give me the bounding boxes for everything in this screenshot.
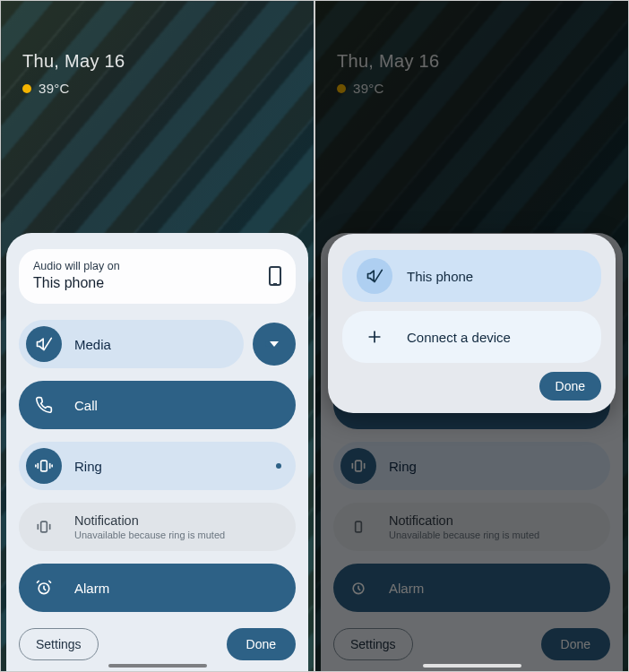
- done-button[interactable]: Done: [227, 628, 296, 660]
- phone-icon: [269, 266, 281, 286]
- volume-mute-icon: [26, 326, 62, 362]
- call-icon: [26, 387, 62, 423]
- vibrate-icon: [26, 509, 62, 545]
- slider-thumb[interactable]: [276, 463, 281, 469]
- volume-sheet: Audio will play on This phone Media: [6, 233, 308, 671]
- alarm-slider[interactable]: Alarm: [19, 564, 296, 612]
- sun-icon: [22, 84, 31, 93]
- notification-slider: Notification Unavailable because ring is…: [19, 503, 296, 551]
- screen-volume-panel: Thu, May 16 39°C Audio will play on This…: [0, 0, 314, 672]
- media-expand-button[interactable]: [253, 323, 296, 366]
- settings-button[interactable]: Settings: [19, 628, 99, 660]
- output-option-connect-device[interactable]: Connect a device: [342, 311, 601, 363]
- alarm-icon: [26, 570, 62, 606]
- call-slider-row: Call: [19, 381, 296, 429]
- svg-line-0: [44, 338, 51, 349]
- option-label: Connect a device: [407, 330, 511, 345]
- output-card[interactable]: Audio will play on This phone: [19, 249, 296, 304]
- alarm-slider-row: Alarm: [19, 564, 296, 612]
- call-label: Call: [74, 398, 98, 413]
- ring-label: Ring: [74, 459, 102, 474]
- notification-label: Notification: [74, 513, 225, 528]
- option-label: This phone: [407, 269, 473, 284]
- notification-slider-row: Notification Unavailable because ring is…: [19, 503, 296, 551]
- temp-text: 39°C: [39, 81, 70, 96]
- output-title: Audio will play on: [33, 260, 120, 272]
- nav-pill[interactable]: [423, 664, 521, 668]
- svg-line-16: [375, 270, 382, 281]
- weather-row: 39°C: [22, 81, 125, 96]
- plus-icon: [357, 319, 392, 355]
- sheet-footer: Settings Done: [19, 628, 296, 660]
- call-slider[interactable]: Call: [19, 381, 296, 429]
- media-slider[interactable]: Media: [19, 320, 244, 368]
- slider-thumb[interactable]: [265, 341, 271, 347]
- ring-slider[interactable]: Ring: [19, 442, 296, 490]
- date-text: Thu, May 16: [22, 51, 125, 72]
- screen-output-popup: Thu, May 16 39°C Audio will play on This…: [314, 0, 629, 672]
- svg-rect-6: [41, 521, 47, 532]
- notification-subtext: Unavailable because ring is muted: [74, 530, 225, 540]
- output-selector-popup: This phone Connect a device Done: [328, 234, 616, 413]
- lockscreen-clock: Thu, May 16 39°C: [22, 51, 125, 96]
- media-slider-row: Media: [19, 320, 296, 368]
- volume-mute-icon: [357, 258, 392, 294]
- nav-pill[interactable]: [108, 664, 207, 668]
- alarm-label: Alarm: [74, 581, 109, 596]
- popup-done-button[interactable]: Done: [539, 372, 601, 401]
- output-option-this-phone[interactable]: This phone: [342, 250, 601, 302]
- status-bar: [1, 6, 314, 21]
- media-label: Media: [74, 337, 111, 352]
- output-value: This phone: [33, 275, 120, 291]
- svg-rect-1: [41, 461, 47, 471]
- ring-slider-row: Ring: [19, 442, 296, 490]
- caret-down-icon: [270, 341, 279, 347]
- popup-footer: Done: [342, 372, 601, 401]
- vibrate-icon: [26, 448, 62, 484]
